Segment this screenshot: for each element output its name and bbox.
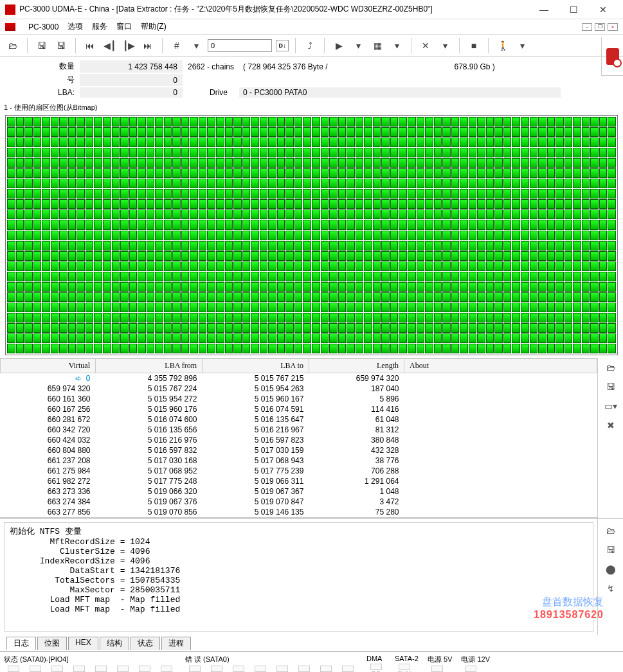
bitmap-cell[interactable] bbox=[207, 261, 215, 271]
bitmap-cell[interactable] bbox=[51, 282, 59, 292]
bitmap-cell[interactable] bbox=[268, 282, 276, 292]
bitmap-cell[interactable] bbox=[216, 220, 224, 229]
bitmap-cell[interactable] bbox=[321, 179, 329, 188]
bitmap-cell[interactable] bbox=[268, 323, 276, 333]
bitmap-cell[interactable] bbox=[190, 282, 198, 292]
bitmap-cell[interactable] bbox=[216, 292, 224, 302]
bitmap-cell[interactable] bbox=[338, 158, 347, 168]
bitmap-cell[interactable] bbox=[425, 158, 433, 168]
bitmap-cell[interactable] bbox=[582, 344, 590, 353]
bitmap-cell[interactable] bbox=[94, 209, 102, 219]
bitmap-cell[interactable] bbox=[469, 292, 477, 302]
bitmap-cell[interactable] bbox=[59, 231, 68, 240]
bitmap-cell[interactable] bbox=[277, 313, 285, 323]
bitmap-cell[interactable] bbox=[356, 323, 364, 333]
bitmap-cell[interactable] bbox=[477, 333, 485, 343]
bitmap-cell[interactable] bbox=[164, 272, 172, 281]
bitmap-cell[interactable] bbox=[260, 313, 268, 323]
bitmap-cell[interactable] bbox=[294, 282, 303, 292]
bitmap-cell[interactable] bbox=[608, 148, 616, 157]
bitmap-cell[interactable] bbox=[103, 313, 111, 323]
bitmap-cell[interactable] bbox=[172, 231, 181, 240]
bitmap-cell[interactable] bbox=[294, 323, 303, 333]
bitmap-cell[interactable] bbox=[112, 313, 120, 323]
bitmap-cell[interactable] bbox=[582, 148, 590, 157]
bitmap-cell[interactable] bbox=[417, 137, 425, 147]
bitmap-cell[interactable] bbox=[251, 282, 259, 292]
bitmap-cell[interactable] bbox=[582, 282, 590, 292]
bitmap-cell[interactable] bbox=[469, 148, 477, 157]
bitmap-cell[interactable] bbox=[199, 158, 207, 168]
bitmap-cell[interactable] bbox=[390, 303, 399, 312]
bitmap-cell[interactable] bbox=[207, 272, 215, 281]
bitmap-cell[interactable] bbox=[451, 117, 460, 127]
bitmap-cell[interactable] bbox=[425, 323, 433, 333]
matrix-icon[interactable]: ▦ bbox=[370, 38, 385, 53]
bitmap-cell[interactable] bbox=[408, 272, 416, 281]
bitmap-cell[interactable] bbox=[521, 333, 529, 343]
bitmap-cell[interactable] bbox=[408, 303, 416, 312]
bitmap-cell[interactable] bbox=[503, 220, 512, 229]
side-save-icon[interactable]: 🖫 bbox=[603, 380, 618, 394]
bitmap-cell[interactable] bbox=[547, 323, 555, 333]
bitmap-cell[interactable] bbox=[216, 148, 224, 157]
bitmap-cell[interactable] bbox=[512, 261, 520, 271]
bitmap-cell[interactable] bbox=[242, 251, 251, 261]
bitmap-cell[interactable] bbox=[338, 261, 347, 271]
bitmap-cell[interactable] bbox=[216, 199, 224, 209]
bitmap-cell[interactable] bbox=[138, 127, 146, 137]
bitmap-cell[interactable] bbox=[86, 220, 94, 229]
bitmap-cell[interactable] bbox=[51, 303, 59, 312]
bitmap-cell[interactable] bbox=[303, 199, 311, 209]
bitmap-cell[interactable] bbox=[199, 127, 207, 137]
bitmap-cell[interactable] bbox=[94, 292, 102, 302]
bitmap-cell[interactable] bbox=[425, 344, 433, 353]
bitmap-cell[interactable] bbox=[129, 148, 138, 157]
bitmap-cell[interactable] bbox=[225, 292, 233, 302]
bitmap-cell[interactable] bbox=[469, 137, 477, 147]
bitmap-cell[interactable] bbox=[381, 137, 390, 147]
bitmap-cell[interactable] bbox=[260, 303, 268, 312]
bitmap-cell[interactable] bbox=[77, 292, 85, 302]
bitmap-cell[interactable] bbox=[477, 323, 485, 333]
bitmap-cell[interactable] bbox=[469, 117, 477, 127]
bitmap-cell[interactable] bbox=[103, 137, 111, 147]
bitmap-cell[interactable] bbox=[216, 179, 224, 188]
bitmap-cell[interactable] bbox=[233, 189, 242, 199]
bitmap-cell[interactable] bbox=[260, 189, 268, 199]
bitmap-cell[interactable] bbox=[260, 148, 268, 157]
bitmap-cell[interactable] bbox=[477, 148, 485, 157]
bitmap-cell[interactable] bbox=[599, 220, 608, 229]
bitmap-cell[interactable] bbox=[564, 333, 573, 343]
bitmap-cell[interactable] bbox=[51, 323, 59, 333]
bitmap-cell[interactable] bbox=[129, 323, 138, 333]
bitmap-cell[interactable] bbox=[434, 158, 442, 168]
bitmap-cell[interactable] bbox=[451, 261, 460, 271]
bitmap-cell[interactable] bbox=[233, 179, 242, 188]
bitmap-cell[interactable] bbox=[51, 313, 59, 323]
bitmap-cell[interactable] bbox=[512, 303, 520, 312]
bitmap-cell[interactable] bbox=[190, 127, 198, 137]
bitmap-cell[interactable] bbox=[521, 261, 529, 271]
bitmap-cell[interactable] bbox=[172, 261, 181, 271]
bitmap-cell[interactable] bbox=[356, 209, 364, 219]
exit-icon[interactable]: 🚶 bbox=[495, 38, 510, 53]
bitmap-cell[interactable] bbox=[120, 127, 129, 137]
bitmap-cell[interactable] bbox=[294, 137, 303, 147]
bitmap-cell[interactable] bbox=[408, 168, 416, 178]
bitmap-cell[interactable] bbox=[486, 303, 494, 312]
bitmap-cell[interactable] bbox=[190, 209, 198, 219]
bitmap-cell[interactable] bbox=[277, 189, 285, 199]
bitmap-cell[interactable] bbox=[460, 251, 468, 261]
bitmap-cell[interactable] bbox=[573, 209, 581, 219]
side-delete-icon[interactable]: ✖ bbox=[603, 418, 618, 432]
bitmap-cell[interactable] bbox=[538, 241, 546, 251]
bitmap-cell[interactable] bbox=[417, 189, 425, 199]
bitmap-cell[interactable] bbox=[590, 292, 599, 302]
bitmap-cell[interactable] bbox=[94, 323, 102, 333]
bitmap-cell[interactable] bbox=[285, 199, 294, 209]
bitmap-cell[interactable] bbox=[494, 148, 503, 157]
bitmap-cell[interactable] bbox=[7, 272, 15, 281]
bitmap-cell[interactable] bbox=[417, 323, 425, 333]
menu-service[interactable]: 服务 bbox=[92, 21, 107, 32]
